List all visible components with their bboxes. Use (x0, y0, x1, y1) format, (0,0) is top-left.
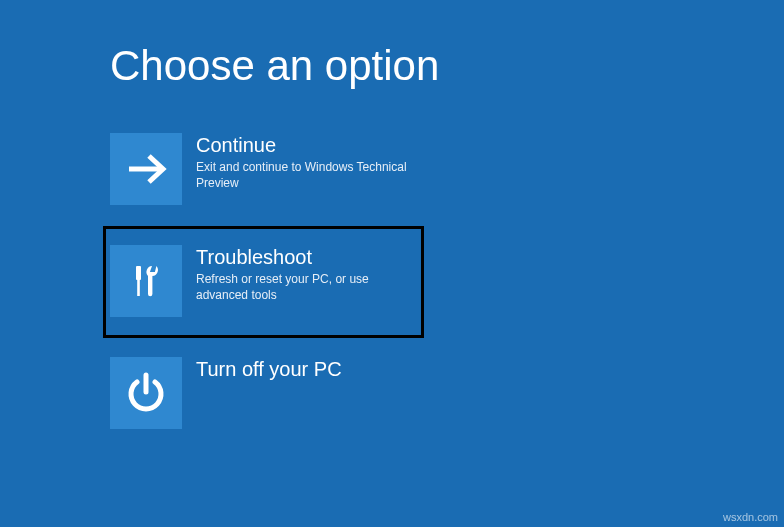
option-continue[interactable]: Continue Exit and continue to Windows Te… (110, 125, 420, 213)
option-troubleshoot-desc: Refresh or reset your PC, or use advance… (196, 271, 420, 303)
tools-icon (125, 260, 167, 302)
option-continue-desc: Exit and continue to Windows Technical P… (196, 159, 420, 191)
svg-rect-1 (136, 266, 141, 280)
page-title: Choose an option (110, 42, 439, 90)
option-troubleshoot-text: Troubleshoot Refresh or reset your PC, o… (182, 245, 420, 303)
watermark: wsxdn.com (723, 511, 778, 523)
option-continue-tile (110, 133, 182, 205)
options-list: Continue Exit and continue to Windows Te… (110, 125, 420, 437)
option-troubleshoot-title: Troubleshoot (196, 245, 420, 269)
option-turnoff-title: Turn off your PC (196, 357, 342, 381)
power-icon (123, 370, 169, 416)
arrow-right-icon (123, 146, 169, 192)
option-turnoff-text: Turn off your PC (182, 357, 342, 383)
option-troubleshoot-tile (110, 245, 182, 317)
option-troubleshoot[interactable]: Troubleshoot Refresh or reset your PC, o… (110, 237, 420, 325)
option-turnoff-tile (110, 357, 182, 429)
option-turnoff[interactable]: Turn off your PC (110, 349, 420, 437)
option-continue-title: Continue (196, 133, 420, 157)
option-continue-text: Continue Exit and continue to Windows Te… (182, 133, 420, 191)
svg-rect-2 (137, 280, 140, 296)
